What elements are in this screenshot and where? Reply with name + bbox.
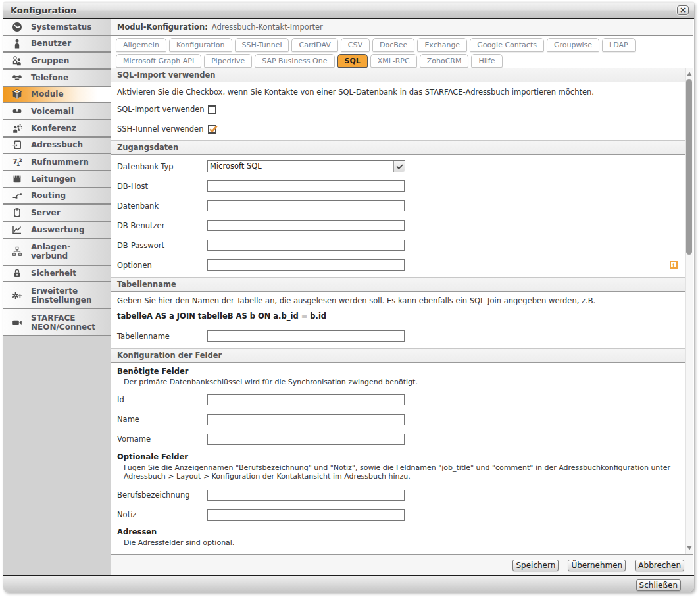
scrollbar-down-icon[interactable] [687, 546, 692, 550]
svg-text:2: 2 [19, 157, 22, 163]
tab-ldap[interactable]: LDAP [602, 38, 636, 52]
sidebar-item-sicherheit[interactable]: Sicherheit [3, 266, 111, 283]
sidebar-item-anlagen-verbund[interactable]: Anlagen-verbund [3, 239, 111, 266]
scrollbar-thumb[interactable] [686, 79, 692, 255]
sidebar-item-module[interactable]: Module [3, 87, 111, 104]
tab-microsoft-graph-api[interactable]: Microsoft Graph API [116, 54, 201, 68]
sidebar-item-rufnummern[interactable]: 712Rufnummern [3, 154, 111, 171]
id-label: Id [117, 395, 207, 404]
name-input[interactable] [207, 414, 405, 425]
sidebar-item-server[interactable]: Server [3, 205, 111, 222]
db-benutzer-input[interactable] [207, 220, 405, 231]
sidebar-item-auswertung[interactable]: Auswertung [3, 222, 111, 239]
phone-icon [12, 72, 22, 83]
section-header-felder: Konfiguration der Felder [111, 348, 685, 363]
sidebar-item-label: Adressbuch [31, 140, 83, 149]
name-row: Name [117, 414, 685, 425]
sidebar-item-adressbuch[interactable]: Adressbuch [3, 138, 111, 155]
optionen-input[interactable] [207, 259, 405, 271]
sql-import-intro: Aktivieren Sie die Checkbox, wenn Sie Ko… [117, 88, 685, 97]
window-close-icon[interactable]: × [677, 5, 689, 15]
numbers-icon: 712 [12, 157, 22, 167]
sidebar-item-voicemail[interactable]: Voicemail [3, 103, 111, 120]
tab-allgemein[interactable]: Allgemein [116, 38, 166, 52]
tab-zohocrm[interactable]: ZohoCRM [420, 54, 469, 68]
sidebar-item-systemstatus[interactable]: Systemstatus [3, 19, 111, 36]
tab-exchange[interactable]: Exchange [417, 38, 467, 52]
scrollbar[interactable] [685, 68, 693, 554]
ssh-tunnel-checkbox[interactable] [208, 125, 216, 134]
tree-icon [12, 246, 22, 257]
cancel-button[interactable]: Abbrechen [635, 560, 684, 571]
tabs-area: AllgemeinKonfigurationSSH-TunnelCardDAVC… [111, 36, 693, 68]
tab-groupwise[interactable]: Groupwise [547, 38, 599, 52]
chart-icon [12, 224, 22, 235]
datenbank-label: Datenbank [117, 201, 207, 211]
sql-import-checkbox[interactable] [208, 105, 216, 114]
id-input[interactable] [207, 394, 405, 405]
vorname-input[interactable] [207, 434, 405, 445]
tabellenname-input[interactable] [207, 330, 405, 342]
sidebar-item-gruppen[interactable]: Gruppen [3, 53, 111, 70]
berufsbezeichnung-input[interactable] [207, 490, 405, 501]
gearplus-icon [12, 290, 22, 301]
info-icon[interactable]: i [670, 261, 678, 269]
apply-button[interactable]: Übernehmen [568, 560, 626, 571]
berufsbezeichnung-row: Berufsbezeichnung [117, 490, 685, 501]
tab-xml-rpc[interactable]: XML-RPC [370, 54, 417, 68]
sql-import-checkbox-label: SQL-Import verwenden [117, 105, 208, 114]
id-row: Id [117, 394, 685, 405]
datenbank-input[interactable] [207, 200, 405, 211]
datenbank-typ-select[interactable]: Microsoft SQL [207, 160, 405, 172]
tabellenname-example: tabelleA AS a JOIN tabelleB AS b ON a.b_… [117, 311, 685, 321]
tab-carddav[interactable]: CardDAV [291, 38, 338, 52]
db-host-row: DB-Host [117, 180, 685, 192]
sidebar-item-label: Systemstatus [31, 22, 91, 32]
sidebar-item-starface-neon-connect[interactable]: STARFACENEON/Connect [3, 309, 111, 336]
tab-docbee[interactable]: DocBee [372, 38, 414, 52]
window-body: SystemstatusBenutzerGruppenTelefoneModul… [3, 19, 694, 575]
sidebar-item-label: Sicherheit [31, 269, 76, 278]
sidebar-item-routing[interactable]: Routing [3, 188, 111, 205]
ssh-tunnel-checkbox-label: SSH-Tunnel verwenden [117, 124, 208, 134]
tab-sql[interactable]: SQL [338, 54, 368, 68]
close-button[interactable]: Schließen [636, 579, 681, 591]
sidebar-item-label: Module [31, 90, 64, 99]
tab-konfiguration[interactable]: Konfiguration [169, 38, 232, 52]
routing-icon [12, 190, 22, 201]
server-icon [12, 207, 22, 218]
tabellenname-desc: Geben Sie hier den Namen der Tabelle an,… [117, 296, 685, 305]
tab-csv[interactable]: CSV [341, 38, 370, 52]
notiz-input[interactable] [207, 509, 405, 521]
db-host-input[interactable] [207, 180, 405, 192]
tab-sap-business-one[interactable]: SAP Business One [255, 54, 334, 68]
sidebar-item-label: Telefone [31, 73, 68, 82]
section-header-sql-import: SQL-Import verwenden [111, 68, 685, 82]
voicemail-icon [12, 106, 22, 117]
sidebar-item-label: Gruppen [31, 56, 69, 65]
adressen-heading: Adressen [117, 527, 685, 537]
db-passwort-input[interactable] [207, 240, 405, 251]
sidebar-item-label: Leitungen [31, 174, 76, 184]
sidebar-item-erweiterte-einstellungen[interactable]: ErweiterteEinstellungen [3, 282, 111, 309]
tab-row-1: AllgemeinKonfigurationSSH-TunnelCardDAVC… [116, 38, 693, 52]
tab-pipedrive[interactable]: Pipedrive [204, 54, 252, 68]
save-button[interactable]: Speichern [512, 560, 559, 571]
sidebar-item-benutzer[interactable]: Benutzer [3, 36, 111, 53]
sidebar-item-label: Routing [31, 191, 66, 200]
tab-google-contacts[interactable]: Google Contacts [470, 38, 544, 52]
sql-import-checkbox-row: SQL-Import verwenden [117, 105, 685, 114]
lines-icon [12, 174, 22, 184]
window-titlebar[interactable]: Konfiguration × [3, 2, 694, 18]
datenbank-typ-row: Datenbank-Typ Microsoft SQL [117, 160, 685, 172]
tab-hilfe[interactable]: Hilfe [471, 54, 502, 68]
sidebar-item-leitungen[interactable]: Leitungen [3, 171, 111, 188]
tab-ssh-tunnel[interactable]: SSH-Tunnel [235, 38, 289, 52]
benoetigte-felder-heading: Benötigte Felder [117, 367, 685, 377]
select-dropdown-icon[interactable] [393, 161, 405, 172]
sidebar-item-telefone[interactable]: Telefone [3, 70, 111, 87]
sidebar-item-label: ErweiterteEinstellungen [31, 286, 91, 305]
sidebar-item-konferenz[interactable]: Konferenz [3, 120, 111, 138]
camera-icon [12, 317, 22, 328]
scrollbar-up-icon[interactable] [687, 72, 692, 76]
